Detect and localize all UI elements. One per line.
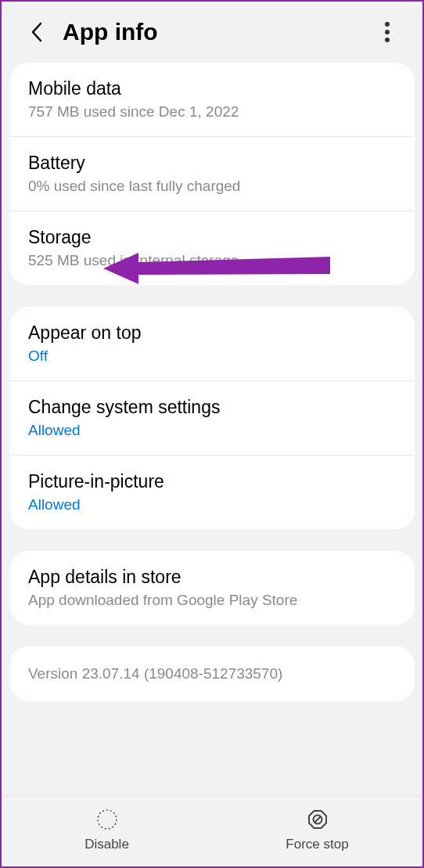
item-subtitle: 525 MB used in Internal storage	[28, 252, 396, 269]
svg-point-1	[385, 30, 390, 34]
item-status: Off	[28, 348, 396, 365]
svg-point-0	[385, 22, 390, 27]
item-subtitle: 0% used since last fully charged	[28, 178, 396, 195]
store-group: App details in store App downloaded from…	[9, 551, 415, 625]
mobile-data-item[interactable]: Mobile data 757 MB used since Dec 1, 202…	[9, 63, 415, 136]
item-title: Storage	[28, 227, 396, 248]
item-title: Battery	[28, 153, 396, 174]
disable-label: Disable	[84, 837, 129, 852]
picture-in-picture-item[interactable]: Picture-in-picture Allowed	[9, 456, 415, 529]
version-text: Version 23.07.14 (190408-512733570)	[28, 665, 396, 683]
app-header: App info	[2, 2, 422, 63]
storage-item[interactable]: Storage 525 MB used in Internal storage	[9, 211, 415, 285]
usage-group: Mobile data 757 MB used since Dec 1, 202…	[9, 63, 415, 285]
svg-point-2	[385, 38, 390, 42]
bottom-bar: Disable Force stop	[2, 795, 422, 866]
item-title: App details in store	[28, 567, 396, 588]
svg-line-5	[314, 816, 321, 823]
more-options-button[interactable]	[375, 20, 399, 44]
back-icon	[30, 21, 44, 43]
item-title: Change system settings	[28, 397, 396, 418]
item-title: Appear on top	[28, 322, 396, 344]
app-details-in-store-item[interactable]: App details in store App downloaded from…	[9, 551, 415, 625]
item-subtitle: App downloaded from Google Play Store	[28, 592, 396, 609]
svg-point-3	[98, 810, 117, 829]
back-button[interactable]	[25, 20, 49, 44]
permissions-group: Appear on top Off Change system settings…	[9, 307, 415, 529]
page-title: App info	[63, 19, 375, 45]
item-subtitle: 757 MB used since Dec 1, 2022	[28, 103, 396, 121]
version-card: Version 23.07.14 (190408-512733570)	[9, 646, 415, 701]
more-vertical-icon	[385, 22, 390, 42]
force-stop-button[interactable]: Force stop	[212, 809, 422, 852]
item-title: Picture-in-picture	[28, 471, 396, 492]
force-stop-icon	[307, 809, 329, 830]
change-system-settings-item[interactable]: Change system settings Allowed	[9, 381, 415, 455]
disable-icon	[96, 809, 118, 830]
battery-item[interactable]: Battery 0% used since last fully charged	[9, 137, 415, 211]
force-stop-label: Force stop	[286, 837, 348, 852]
appear-on-top-item[interactable]: Appear on top Off	[9, 307, 415, 380]
item-status: Allowed	[28, 422, 396, 439]
item-title: Mobile data	[28, 78, 396, 99]
item-status: Allowed	[28, 496, 396, 513]
disable-button[interactable]: Disable	[2, 809, 212, 852]
